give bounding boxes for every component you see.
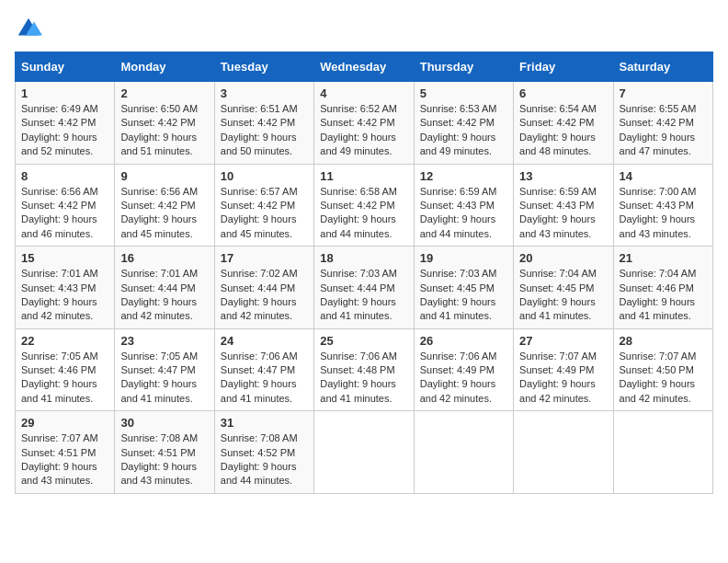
day-number: 30 [120, 416, 208, 430]
day-info: Sunrise: 7:06 AM Sunset: 4:48 PM Dayligh… [320, 350, 407, 407]
day-cell: 3 Sunrise: 6:51 AM Sunset: 4:42 PM Dayli… [214, 82, 313, 165]
day-number: 18 [320, 251, 407, 265]
day-info: Sunrise: 7:03 AM Sunset: 4:44 PM Dayligh… [320, 267, 407, 324]
day-info: Sunrise: 6:57 AM Sunset: 4:42 PM Dayligh… [221, 185, 308, 242]
day-info: Sunrise: 7:01 AM Sunset: 4:44 PM Dayligh… [120, 267, 208, 324]
day-cell: 5 Sunrise: 6:53 AM Sunset: 4:42 PM Dayli… [414, 82, 513, 165]
day-info: Sunrise: 7:06 AM Sunset: 4:49 PM Dayligh… [420, 350, 507, 407]
day-number: 9 [120, 169, 208, 183]
day-number: 26 [420, 334, 507, 348]
day-cell: 7 Sunrise: 6:55 AM Sunset: 4:42 PM Dayli… [613, 82, 712, 165]
day-cell: 12 Sunrise: 6:59 AM Sunset: 4:43 PM Dayl… [414, 164, 513, 247]
day-info: Sunrise: 7:06 AM Sunset: 4:47 PM Dayligh… [221, 350, 308, 407]
day-cell: 15 Sunrise: 7:01 AM Sunset: 4:43 PM Dayl… [16, 247, 115, 329]
day-cell: 23 Sunrise: 7:05 AM Sunset: 4:47 PM Dayl… [115, 328, 214, 411]
column-header-friday: Friday [514, 52, 613, 82]
day-cell: 1 Sunrise: 6:49 AM Sunset: 4:42 PM Dayli… [16, 82, 115, 165]
logo-icon [15, 15, 42, 42]
day-cell: 31 Sunrise: 7:08 AM Sunset: 4:52 PM Dayl… [214, 411, 313, 494]
day-number: 17 [221, 251, 308, 265]
day-cell: 27 Sunrise: 7:07 AM Sunset: 4:49 PM Dayl… [514, 328, 613, 411]
day-info: Sunrise: 6:55 AM Sunset: 4:42 PM Dayligh… [620, 102, 707, 159]
day-cell [414, 411, 513, 494]
day-number: 12 [420, 169, 507, 183]
day-info: Sunrise: 7:04 AM Sunset: 4:46 PM Dayligh… [620, 267, 707, 324]
day-cell: 26 Sunrise: 7:06 AM Sunset: 4:49 PM Dayl… [414, 328, 513, 411]
day-info: Sunrise: 6:49 AM Sunset: 4:42 PM Dayligh… [21, 102, 108, 159]
day-number: 3 [221, 86, 308, 100]
day-number: 6 [519, 86, 607, 100]
day-info: Sunrise: 6:56 AM Sunset: 4:42 PM Dayligh… [120, 185, 208, 242]
day-cell: 2 Sunrise: 6:50 AM Sunset: 4:42 PM Dayli… [115, 82, 214, 165]
column-header-saturday: Saturday [613, 52, 712, 82]
day-cell [613, 411, 712, 494]
day-cell: 4 Sunrise: 6:52 AM Sunset: 4:42 PM Dayli… [314, 82, 414, 165]
column-header-sunday: Sunday [16, 52, 115, 82]
day-info: Sunrise: 7:08 AM Sunset: 4:51 PM Dayligh… [120, 431, 208, 488]
day-cell: 19 Sunrise: 7:03 AM Sunset: 4:45 PM Dayl… [414, 247, 513, 329]
day-number: 2 [120, 86, 208, 100]
day-number: 8 [21, 169, 108, 183]
day-number: 5 [420, 86, 507, 100]
day-number: 24 [221, 334, 308, 348]
day-number: 11 [320, 169, 407, 183]
day-cell: 11 Sunrise: 6:58 AM Sunset: 4:42 PM Dayl… [314, 164, 414, 247]
day-info: Sunrise: 7:00 AM Sunset: 4:43 PM Dayligh… [620, 185, 707, 242]
day-info: Sunrise: 6:54 AM Sunset: 4:42 PM Dayligh… [519, 102, 607, 159]
day-info: Sunrise: 7:08 AM Sunset: 4:52 PM Dayligh… [221, 431, 308, 488]
day-cell: 13 Sunrise: 6:59 AM Sunset: 4:43 PM Dayl… [514, 164, 613, 247]
column-header-tuesday: Tuesday [214, 52, 313, 82]
day-number: 10 [221, 169, 308, 183]
column-header-wednesday: Wednesday [314, 52, 414, 82]
day-info: Sunrise: 6:56 AM Sunset: 4:42 PM Dayligh… [21, 185, 108, 242]
day-info: Sunrise: 7:07 AM Sunset: 4:51 PM Dayligh… [21, 431, 108, 488]
day-number: 4 [320, 86, 407, 100]
day-number: 1 [21, 86, 108, 100]
column-header-monday: Monday [115, 52, 214, 82]
day-info: Sunrise: 7:07 AM Sunset: 4:50 PM Dayligh… [620, 350, 707, 407]
day-cell: 9 Sunrise: 6:56 AM Sunset: 4:42 PM Dayli… [115, 164, 214, 247]
day-number: 16 [120, 251, 208, 265]
day-info: Sunrise: 7:05 AM Sunset: 4:46 PM Dayligh… [21, 350, 108, 407]
day-cell [514, 411, 613, 494]
day-cell: 14 Sunrise: 7:00 AM Sunset: 4:43 PM Dayl… [613, 164, 712, 247]
day-number: 25 [320, 334, 407, 348]
day-cell: 16 Sunrise: 7:01 AM Sunset: 4:44 PM Dayl… [115, 247, 214, 329]
day-number: 20 [519, 251, 607, 265]
day-cell: 8 Sunrise: 6:56 AM Sunset: 4:42 PM Dayli… [16, 164, 115, 247]
day-number: 22 [21, 334, 108, 348]
day-info: Sunrise: 7:07 AM Sunset: 4:49 PM Dayligh… [519, 350, 607, 407]
day-info: Sunrise: 7:04 AM Sunset: 4:45 PM Dayligh… [519, 267, 607, 324]
day-number: 7 [620, 86, 707, 100]
day-cell: 28 Sunrise: 7:07 AM Sunset: 4:50 PM Dayl… [613, 328, 712, 411]
day-info: Sunrise: 6:50 AM Sunset: 4:42 PM Dayligh… [120, 102, 208, 159]
day-cell: 29 Sunrise: 7:07 AM Sunset: 4:51 PM Dayl… [16, 411, 115, 494]
week-row-5: 29 Sunrise: 7:07 AM Sunset: 4:51 PM Dayl… [16, 411, 713, 494]
day-number: 21 [620, 251, 707, 265]
day-info: Sunrise: 7:03 AM Sunset: 4:45 PM Dayligh… [420, 267, 507, 324]
day-cell: 6 Sunrise: 6:54 AM Sunset: 4:42 PM Dayli… [514, 82, 613, 165]
day-cell: 25 Sunrise: 7:06 AM Sunset: 4:48 PM Dayl… [314, 328, 414, 411]
day-info: Sunrise: 6:53 AM Sunset: 4:42 PM Dayligh… [420, 102, 507, 159]
day-cell: 24 Sunrise: 7:06 AM Sunset: 4:47 PM Dayl… [214, 328, 313, 411]
header-row: SundayMondayTuesdayWednesdayThursdayFrid… [16, 52, 713, 82]
week-row-2: 8 Sunrise: 6:56 AM Sunset: 4:42 PM Dayli… [16, 164, 713, 247]
week-row-1: 1 Sunrise: 6:49 AM Sunset: 4:42 PM Dayli… [16, 82, 713, 165]
day-cell: 22 Sunrise: 7:05 AM Sunset: 4:46 PM Dayl… [16, 328, 115, 411]
day-info: Sunrise: 6:58 AM Sunset: 4:42 PM Dayligh… [320, 185, 407, 242]
day-number: 15 [21, 251, 108, 265]
day-number: 28 [620, 334, 707, 348]
day-cell: 10 Sunrise: 6:57 AM Sunset: 4:42 PM Dayl… [214, 164, 313, 247]
day-number: 19 [420, 251, 507, 265]
day-cell: 18 Sunrise: 7:03 AM Sunset: 4:44 PM Dayl… [314, 247, 414, 329]
calendar-table: SundayMondayTuesdayWednesdayThursdayFrid… [15, 52, 713, 494]
day-info: Sunrise: 7:01 AM Sunset: 4:43 PM Dayligh… [21, 267, 108, 324]
day-cell: 17 Sunrise: 7:02 AM Sunset: 4:44 PM Dayl… [214, 247, 313, 329]
day-cell: 20 Sunrise: 7:04 AM Sunset: 4:45 PM Dayl… [514, 247, 613, 329]
day-info: Sunrise: 6:51 AM Sunset: 4:42 PM Dayligh… [221, 102, 308, 159]
day-cell: 30 Sunrise: 7:08 AM Sunset: 4:51 PM Dayl… [115, 411, 214, 494]
day-info: Sunrise: 6:52 AM Sunset: 4:42 PM Dayligh… [320, 102, 407, 159]
day-number: 23 [120, 334, 208, 348]
column-header-thursday: Thursday [414, 52, 513, 82]
day-number: 13 [519, 169, 607, 183]
